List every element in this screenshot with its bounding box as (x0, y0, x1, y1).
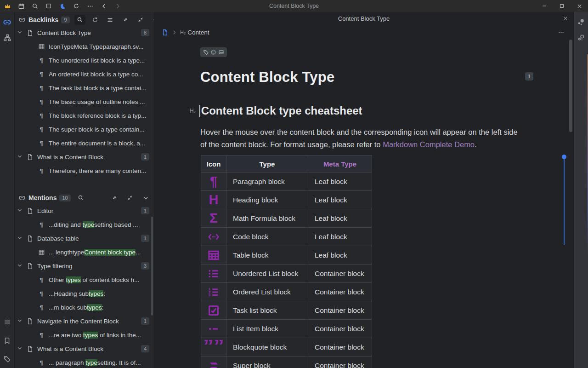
sync-icon[interactable] (71, 1, 82, 11)
tree-chevron-down-icon[interactable] (17, 207, 24, 214)
backlink-item[interactable]: ¶The super block is a type contain... (15, 122, 154, 136)
backlink-item[interactable]: ¶Therefore, there are many conten... (15, 164, 154, 177)
type-cell[interactable]: Task list block (226, 301, 308, 320)
type-cell[interactable]: Super block (226, 356, 308, 368)
mentions-expand-icon[interactable] (109, 193, 120, 203)
intro-paragraph[interactable]: Hover the mouse over the content block a… (200, 126, 524, 150)
doc-title-backlink-badge[interactable]: 1 (525, 72, 533, 80)
pilcrow-icon: ¶ (38, 112, 45, 119)
window-minimize-icon[interactable] (536, 0, 553, 12)
doc-emoji-icon[interactable] (210, 49, 216, 55)
backlink-item[interactable]: ¶The unordered list block is a type... (15, 53, 154, 67)
meta-cell[interactable]: Container block (308, 283, 372, 301)
mentions-collapse-icon[interactable] (124, 193, 136, 203)
meta-cell[interactable]: Leaf block (308, 209, 372, 228)
backlinks-refresh-icon[interactable] (90, 15, 101, 25)
type-cell[interactable]: Unordered List block (226, 264, 308, 283)
backlink-item[interactable]: ¶The task list block is a type contai... (15, 81, 154, 95)
mention-item[interactable]: ¶...m block subtypes: (15, 300, 154, 314)
doc-tag-icon[interactable] (203, 49, 209, 55)
meta-cell[interactable]: Leaf block (308, 191, 372, 209)
backlinks-min-icon[interactable] (150, 15, 154, 25)
mention-item[interactable]: What is a Content Block4 (15, 342, 154, 356)
meta-cell[interactable]: Container block (308, 301, 372, 320)
backlinks-expand-list-icon[interactable] (105, 15, 116, 25)
bookmark-panel-icon[interactable] (2, 335, 13, 346)
doc-title[interactable]: Content Block Type (200, 69, 334, 86)
tree-chevron-down-icon[interactable] (17, 317, 24, 325)
nav-back-icon[interactable] (98, 1, 109, 11)
type-cell[interactable]: List Item block (226, 320, 308, 338)
backlinks-link-icon[interactable] (2, 17, 13, 28)
table-row: Task list blockContainer block (201, 301, 372, 320)
mentions-search-icon[interactable] (75, 193, 86, 203)
type-cell[interactable]: Table block (226, 246, 308, 264)
h2-heading-text[interactable]: Content Block type cheatsheet (201, 104, 362, 117)
table-row: Unordered List blockContainer block (201, 264, 372, 283)
meta-cell[interactable]: Leaf block (308, 246, 372, 264)
backlinks-collapse-icon[interactable] (135, 15, 146, 25)
backlink-item[interactable]: ¶An ordered list block is a type co... (15, 67, 154, 81)
type-cell[interactable]: Ordered List block (226, 283, 308, 301)
graph-panel-icon[interactable] (2, 32, 13, 43)
mentions-chevron-down-icon[interactable] (140, 193, 151, 203)
tab-content-block-type[interactable]: Content Block Type (338, 15, 390, 22)
type-cell[interactable]: Blockquote block (226, 338, 308, 356)
editor-scrollbar[interactable] (569, 40, 572, 132)
breadcrumb-more-icon[interactable] (556, 28, 566, 37)
mention-item[interactable]: ¶...diting and typesetting based ... (15, 218, 154, 231)
backlinks-expand-icon[interactable] (120, 15, 131, 25)
tab-close-icon[interactable] (561, 14, 570, 23)
backlink-item[interactable]: IconTypeMeta Typeparagraph.sv... (15, 40, 154, 53)
mention-item[interactable]: ¶...re are two types of links in the... (15, 328, 154, 342)
backlink-item[interactable]: ¶The entire document is a block, a... (15, 136, 154, 150)
editor-mode-square-icon[interactable] (43, 1, 54, 11)
mention-item[interactable]: ... lengthtypeContent block type... (15, 245, 154, 259)
graph-view-icon[interactable] (576, 17, 587, 28)
tree-chevron-down-icon[interactable] (17, 235, 24, 242)
mentions-scrollbar[interactable] (151, 217, 153, 316)
backlink-item[interactable]: ¶The basic usage of outline notes ... (15, 95, 154, 109)
meta-cell[interactable]: Leaf block (308, 172, 372, 191)
tag-panel-icon[interactable] (2, 353, 13, 364)
backlinks-search-icon[interactable] (74, 15, 85, 25)
markdown-demo-link[interactable]: Markdown Complete Demo (383, 140, 475, 149)
theme-moon-icon[interactable] (57, 1, 68, 11)
backlink-item[interactable]: Content Block Type8 (15, 26, 154, 40)
global-search-icon[interactable] (29, 1, 40, 11)
meta-cell[interactable]: Container block (308, 320, 372, 338)
type-cell[interactable]: Math Formula block (226, 209, 308, 228)
meta-cell[interactable]: Container block (308, 264, 372, 283)
meta-cell[interactable]: Leaf block (308, 228, 372, 246)
breadcrumb-document-icon[interactable] (162, 29, 169, 36)
backlink-item[interactable]: ¶The block reference block is a typ... (15, 109, 154, 122)
backlink-item[interactable]: What is a Content Block1 (15, 150, 154, 164)
tab-bar: Content Block Type (154, 12, 573, 25)
mention-item[interactable]: Editor1 (15, 204, 154, 218)
mention-item[interactable]: ¶...Heading subtypes: (15, 287, 154, 300)
window-maximize-icon[interactable] (553, 0, 571, 12)
mention-highlight: Content block type (84, 249, 136, 256)
mention-item[interactable]: Type filtering3 (15, 259, 154, 273)
breadcrumb-heading-text[interactable]: Content (187, 29, 209, 36)
daily-note-calendar-icon[interactable] (16, 1, 27, 11)
type-cell[interactable]: Code block (226, 228, 308, 246)
meta-cell[interactable]: Container block (308, 356, 372, 368)
more-ellipsis-icon[interactable] (85, 1, 96, 11)
window-close-icon[interactable] (571, 0, 588, 12)
type-cell[interactable]: Paragraph block (226, 172, 308, 191)
mention-item[interactable]: ¶... paragraph typesetting. It is of... (15, 356, 154, 368)
mention-item[interactable]: Database table1 (15, 231, 154, 245)
workspace-crown-icon[interactable] (2, 1, 13, 11)
tree-chevron-down-icon[interactable] (17, 153, 24, 161)
tree-chevron-down-icon[interactable] (17, 29, 24, 36)
doc-banner-image-icon[interactable] (218, 49, 224, 55)
tree-chevron-down-icon[interactable] (17, 345, 24, 352)
global-graph-icon[interactable] (576, 32, 587, 43)
mention-item[interactable]: Navigate in the Content Block1 (15, 314, 154, 328)
meta-cell[interactable]: Container block (308, 338, 372, 356)
type-cell[interactable]: Heading block (226, 191, 308, 209)
mention-item[interactable]: ¶Other types of content blocks h... (15, 273, 154, 287)
outline-panel-icon[interactable] (2, 316, 13, 328)
tree-chevron-down-icon[interactable] (17, 262, 24, 270)
